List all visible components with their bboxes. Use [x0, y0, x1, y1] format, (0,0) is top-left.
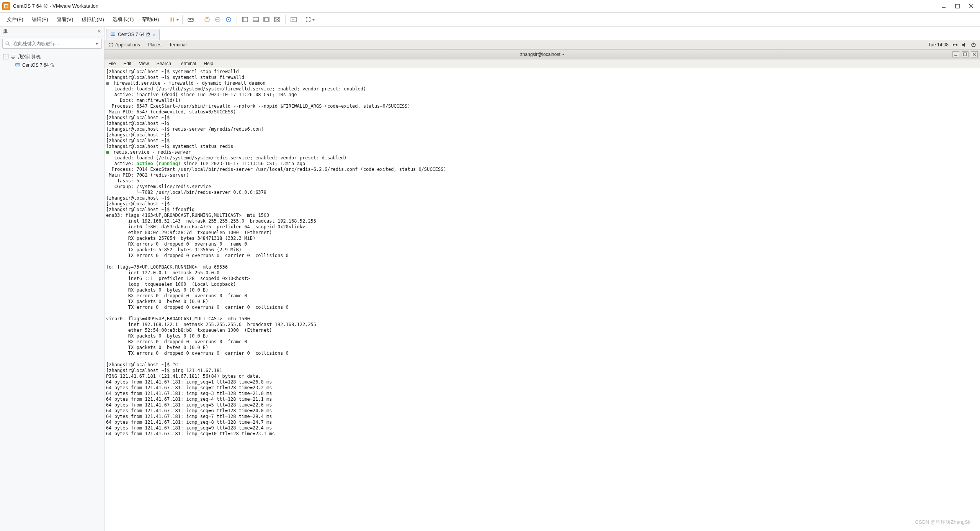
terminal-line: virbr0: flags=4099<UP,BROADCAST,MULTICAS… — [106, 316, 250, 321]
svg-rect-5 — [171, 18, 172, 22]
terminal-line: 64 bytes from 121.41.67.181: icmp_seq=6 … — [106, 408, 272, 413]
menu-vm[interactable]: 虚拟机(M) — [78, 15, 108, 25]
terminal-line: Process: 7014 ExecStart=/usr/local/bin/r… — [106, 167, 446, 172]
svg-point-25 — [6, 42, 9, 45]
gnome-status-area: Tue 14:08 — [928, 42, 980, 48]
term-menu-help[interactable]: Help — [200, 61, 217, 66]
sidebar-search-input[interactable] — [13, 41, 92, 47]
terminal-output[interactable]: [zhangsir@localhost ~]$ systemctl stop f… — [105, 68, 980, 531]
terminal-minimize-button[interactable] — [952, 51, 959, 57]
console-button[interactable] — [289, 15, 299, 25]
power-icon[interactable] — [971, 42, 976, 48]
terminal-line: 64 bytes from 121.41.67.181: icmp_seq=7 … — [106, 414, 272, 419]
vm-icon — [110, 32, 116, 37]
pause-button[interactable] — [169, 15, 179, 25]
term-menu-search[interactable]: Search — [153, 61, 175, 66]
term-menu-view[interactable]: View — [135, 61, 153, 66]
vmware-titlebar: CentOS 7 64 位 - VMware Workstation — [0, 0, 980, 13]
terminal-line: 64 bytes from 121.41.67.181: icmp_seq=9 … — [106, 425, 272, 431]
snapshot-manager-button[interactable] — [224, 15, 234, 25]
svg-rect-6 — [173, 18, 174, 22]
menu-tabs[interactable]: 选项卡(T) — [109, 15, 138, 25]
terminal-line: [zhangsir@localhost ~]$ systemctl status… — [106, 144, 233, 149]
terminal-line: inet 192.168.52.143 netmask 255.255.255.… — [106, 218, 316, 224]
network-icon[interactable] — [952, 42, 958, 48]
terminal-line: inet6 ::1 prefixlen 128 scopeid 0x10<hos… — [106, 276, 250, 281]
svg-point-14 — [228, 19, 229, 20]
terminal-titlebar[interactable]: zhangsir@localhost:~ — [105, 50, 980, 59]
svg-rect-38 — [956, 44, 957, 46]
layout-button-3[interactable] — [261, 15, 271, 25]
gnome-terminal-menu[interactable]: Terminal — [165, 42, 190, 48]
menu-edit[interactable]: 编辑(E) — [28, 15, 52, 25]
tabstrip: CentOS 7 64 位 × — [105, 27, 980, 40]
terminal-active-running: active (running) — [136, 161, 181, 166]
vmware-app-icon — [2, 2, 10, 10]
svg-rect-10 — [192, 19, 193, 20]
vmware-content: CentOS 7 64 位 × Applications Places Term… — [105, 27, 980, 531]
layout-button-1[interactable] — [240, 15, 250, 25]
menu-file[interactable]: 文件(F) — [3, 15, 27, 25]
terminal-line: Process: 6547 ExecStart=/usr/sbin/firewa… — [106, 103, 410, 109]
terminal-line: 64 bytes from 121.41.67.181: icmp_seq=10… — [106, 431, 275, 436]
term-menu-edit[interactable]: Edit — [119, 61, 135, 66]
terminal-line: Tasks: 5 — [106, 178, 139, 184]
layout-button-2[interactable] — [251, 15, 261, 25]
terminal-line: [zhangsir@localhost ~]$ — [106, 201, 172, 206]
minimize-button[interactable] — [940, 3, 947, 10]
svg-rect-8 — [189, 19, 189, 20]
layout-button-4[interactable] — [272, 15, 282, 25]
terminal-line: [zhangsir@localhost ~]$ ifconfig — [106, 207, 194, 212]
terminal-line: PING 121.41.67.181 (121.41.67.181) 56(84… — [106, 374, 261, 379]
terminal-line: [zhangsir@localhost ~]$ — [106, 115, 172, 120]
svg-rect-20 — [265, 18, 268, 21]
sidebar-search[interactable] — [2, 39, 102, 49]
terminal-close-button[interactable] — [971, 51, 978, 57]
terminal-line: RX errors 0 dropped 0 overruns 0 frame 0 — [106, 241, 247, 247]
tab-centos[interactable]: CentOS 7 64 位 × — [106, 29, 160, 40]
vm-icon — [15, 62, 21, 68]
sidebar-close-icon[interactable]: ✕ — [97, 29, 101, 34]
terminal-menu-bar: File Edit View Search Terminal Help — [105, 59, 980, 68]
maximize-button[interactable] — [954, 3, 961, 10]
terminal-line: TX errors 0 dropped 0 overruns 0 carrier… — [106, 253, 289, 258]
terminal-maximize-button[interactable] — [962, 51, 969, 57]
toolbar-separator — [199, 15, 199, 24]
svg-rect-18 — [253, 20, 258, 22]
terminal-line: Main PID: 7082 (redis-server) — [106, 172, 189, 178]
terminal-window-buttons — [952, 51, 978, 57]
gnome-clock[interactable]: Tue 14:08 — [928, 42, 949, 48]
svg-rect-43 — [964, 53, 967, 56]
send-ctrl-alt-del-button[interactable] — [186, 15, 196, 25]
terminal-line: 64 bytes from 121.41.67.181: icmp_seq=3 … — [106, 391, 272, 396]
term-menu-terminal[interactable]: Terminal — [175, 61, 200, 66]
terminal-line: TX packets 0 bytes 0 (0.0 B) — [106, 345, 208, 350]
close-button[interactable] — [968, 3, 975, 10]
fullscreen-button[interactable] — [305, 15, 315, 25]
terminal-line: Active: — [106, 161, 136, 166]
gnome-places-menu[interactable]: Places — [144, 42, 165, 48]
snapshot-revert-button[interactable] — [213, 15, 223, 25]
snapshot-take-button[interactable] — [202, 15, 212, 25]
gnome-applications-menu[interactable]: Applications — [105, 42, 144, 48]
tab-close-icon[interactable]: × — [153, 32, 156, 38]
terminal-line: TX errors 0 dropped 0 overruns 0 carrier… — [106, 351, 289, 356]
terminal-line: inet 127.0.0.1 netmask 255.0.0.0 — [106, 270, 219, 275]
terminal-line: [zhangsir@localhost ~]$ systemctl status… — [106, 75, 244, 80]
term-menu-file[interactable]: File — [105, 61, 119, 66]
tree-root[interactable]: − 我的计算机 — [2, 52, 103, 61]
terminal-line: [zhangsir@localhost ~]$ ping 121.41.67.1… — [106, 368, 222, 373]
terminal-line: TX packets 0 bytes 0 (0.0 B) — [106, 299, 208, 304]
terminal-line: 64 bytes from 121.41.67.181: icmp_seq=5 … — [106, 402, 272, 408]
search-dropdown-icon[interactable] — [95, 43, 98, 45]
menu-view[interactable]: 查看(V) — [53, 15, 77, 25]
menu-help[interactable]: 帮助(H) — [138, 15, 163, 25]
terminal-line: RX packets 0 bytes 0 (0.0 B) — [106, 287, 208, 293]
terminal-line: RX errors 0 dropped 0 overruns 0 frame 0 — [106, 293, 247, 298]
volume-icon[interactable] — [962, 42, 967, 48]
activities-icon — [108, 42, 114, 48]
terminal-line: firewalld.service - firewalld - dynamic … — [111, 80, 266, 86]
tree-vm-item[interactable]: CentOS 7 64 位 — [2, 61, 103, 69]
vmware-menu-bar: 文件(F) 编辑(E) 查看(V) 虚拟机(M) 选项卡(T) 帮助(H) — [0, 13, 980, 27]
tree-collapse-icon[interactable]: − — [3, 54, 8, 59]
